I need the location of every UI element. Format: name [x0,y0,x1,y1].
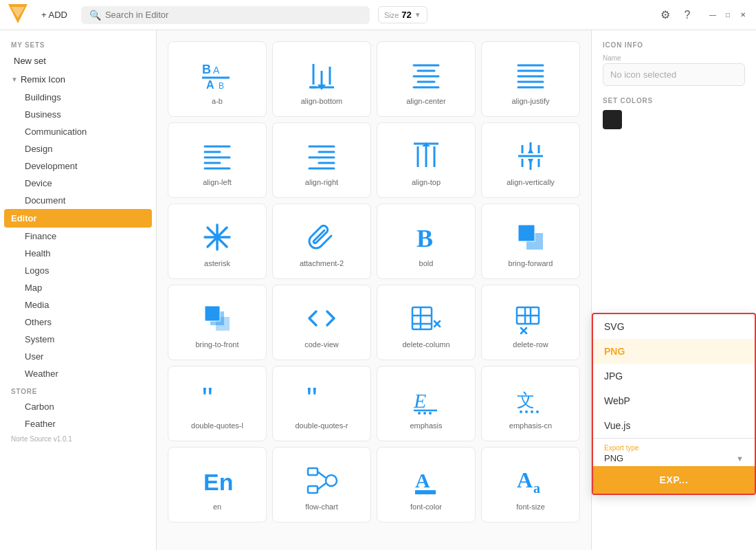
export-button[interactable]: EXP... [593,466,755,494]
sidebar-item-weather[interactable]: Weather [0,365,156,382]
icon-label-en: en [213,503,221,511]
sidebar-item-logos[interactable]: Logos [0,262,156,279]
icon-card-bold[interactable]: B bold [377,204,476,279]
align-justify-icon [514,58,547,91]
icon-card-emphasis[interactable]: E emphasis [377,366,476,441]
export-type-label: Export type [604,444,744,452]
export-option-svg[interactable]: SVG [593,314,755,339]
export-option-webp[interactable]: WebP [593,388,755,413]
icon-label-asterisk: asterisk [204,259,230,267]
icon-card-font-color[interactable]: A font-color [377,447,476,522]
svg-line-86 [318,472,326,478]
icon-card-align-vertically[interactable]: align-vertically [481,122,580,198]
search-bar[interactable]: 🔍 [81,6,370,24]
export-type-select[interactable]: PNG ▼ [604,453,744,463]
svg-text:B: B [416,225,433,252]
icon-card-en[interactable]: En en [168,447,267,522]
size-control[interactable]: Size 72 ▼ [378,6,427,23]
sidebar-item-device[interactable]: Device [0,175,156,192]
export-option-jpg[interactable]: JPG [593,364,755,388]
sidebar-item-development[interactable]: Development [0,157,156,175]
export-dropdown: SVG PNG JPG WebP Vue.js Export type PNG … [592,313,756,495]
svg-rect-54 [518,225,535,241]
sidebar-item-map[interactable]: Map [0,279,156,296]
icon-label-double-quotes-l: double-quotes-l [191,421,243,430]
align-bottom-icon [305,58,338,91]
sidebar-item-feather[interactable]: Feather [0,415,156,432]
icon-name-field: No icon selected [603,63,745,86]
icon-card-double-quotes-r[interactable]: " double-quotes-r [272,366,371,441]
search-input[interactable] [105,10,362,20]
icon-card-attachment-2[interactable]: attachment-2 [272,204,371,279]
code-view-icon [305,302,338,335]
sidebar-item-document[interactable]: Document [0,192,156,209]
search-icon: 🔍 [89,10,101,21]
sidebar-item-buildings[interactable]: Buildings [0,89,156,106]
svg-point-79 [525,410,528,413]
icon-label-a-b: a-b [212,97,223,105]
sidebar-item-editor[interactable]: Editor [4,209,152,228]
icon-card-bring-forward[interactable]: bring-forward [481,204,580,279]
svg-text:E: E [413,389,426,412]
icon-card-align-left[interactable]: align-left [168,122,267,198]
my-sets-label: MY SETS [0,36,156,52]
maximize-button[interactable]: □ [723,10,733,20]
chevron-down-icon: ▼ [414,11,421,19]
settings-icon[interactable]: ⚙ [658,8,672,22]
icon-card-font-size[interactable]: A a font-size [481,447,580,522]
sidebar-item-system[interactable]: System [0,331,156,348]
icon-card-asterisk[interactable]: asterisk [168,204,267,279]
sidebar-item-design[interactable]: Design [0,140,156,157]
icon-label-align-center: align-center [406,97,445,105]
icon-label-align-left: align-left [203,178,232,186]
icon-card-align-bottom[interactable]: align-bottom [272,41,371,117]
svg-point-80 [531,410,533,413]
icon-card-delete-row[interactable]: delete-row [481,285,580,360]
export-option-png[interactable]: PNG [593,339,755,364]
svg-marker-45 [528,148,533,153]
icon-card-code-view[interactable]: code-view [272,285,371,360]
help-icon[interactable]: ? [680,8,694,22]
icon-label-font-size: font-size [516,503,545,511]
svg-text:文: 文 [517,390,535,410]
icon-label-align-vertically: align-vertically [507,178,555,186]
sidebar-item-business[interactable]: Business [0,106,156,123]
icon-card-align-center[interactable]: align-center [377,41,476,117]
svg-text:A: A [517,468,533,492]
size-label: Size [384,11,399,19]
icon-card-delete-column[interactable]: delete-column [377,285,476,360]
icon-card-bring-to-front[interactable]: bring-to-front [168,285,267,360]
icon-label-delete-row: delete-row [513,340,548,349]
icon-label-align-justify: align-justify [511,97,549,105]
sidebar-item-user[interactable]: User [0,348,156,365]
minimize-button[interactable]: — [708,10,718,20]
icon-card-align-right[interactable]: align-right [272,122,371,198]
app-logo [8,4,27,26]
sidebar-item-health[interactable]: Health [0,245,156,262]
icon-card-flow-chart[interactable]: flow-chart [272,447,371,522]
icon-card-emphasis-cn[interactable]: 文 emphasis-cn [481,366,580,441]
sidebar-item-media[interactable]: Media [0,296,156,314]
sidebar-item-finance[interactable]: Finance [0,228,156,245]
export-option-vuejs[interactable]: Vue.js [593,413,755,438]
set-colors-title: SET COLORS [603,97,745,104]
add-button[interactable]: + ADD [36,7,73,23]
icon-card-a-b[interactable]: B A A B a-b [168,41,267,117]
icon-card-double-quotes-l[interactable]: " double-quotes-l [168,366,267,441]
color-swatch-dark[interactable] [603,110,622,129]
export-type-section: Export type PNG ▼ [593,438,755,466]
svg-rect-83 [308,468,318,475]
icon-card-align-top[interactable]: align-top [377,122,476,198]
sidebar: MY SETS New set ▼ Remix Icon Buildings B… [0,30,157,550]
window-controls: — □ ✕ [708,10,748,20]
icon-label-double-quotes-r: double-quotes-r [295,421,348,430]
icon-card-align-justify[interactable]: align-justify [481,41,580,117]
sidebar-item-others[interactable]: Others [0,314,156,331]
align-right-icon [305,140,338,173]
sidebar-group-remix-icon[interactable]: ▼ Remix Icon [0,70,156,89]
close-button[interactable]: ✕ [738,10,748,20]
sidebar-item-communication[interactable]: Communication [0,123,156,140]
sidebar-item-new-set[interactable]: New set [0,52,156,70]
svg-text:A: A [213,65,220,76]
sidebar-item-carbon[interactable]: Carbon [0,398,156,415]
